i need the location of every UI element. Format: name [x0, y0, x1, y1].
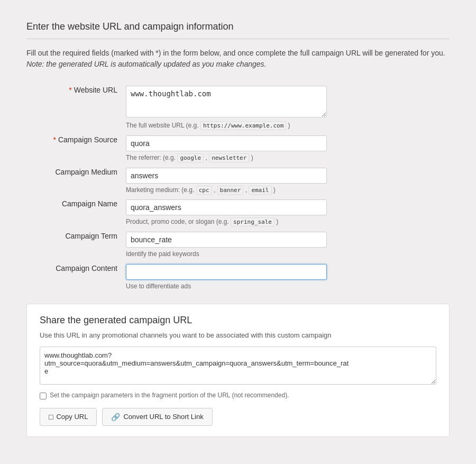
campaign-name-input[interactable]	[126, 199, 327, 215]
campaign-term-label: Campaign Term	[65, 232, 117, 240]
button-row: □ Copy URL 🔗 Convert URL to Short Link	[40, 408, 436, 426]
required-star-source: *	[53, 135, 56, 144]
campaign-medium-row: Campaign Medium Marketing medium: (e.g. …	[26, 165, 450, 197]
website-url-input-cell: The full website URL (e.g. https://www.e…	[122, 83, 450, 132]
description-text: Fill out the required fields (marked wit…	[26, 49, 445, 57]
campaign-content-input-cell: Use to differentiate ads	[122, 261, 450, 293]
description-note: Note: the generated URL is automatically…	[26, 60, 266, 68]
link-icon: 🔗	[111, 413, 120, 421]
generated-url-title: Share the generated campaign URL	[40, 315, 436, 326]
campaign-medium-label: Campaign Medium	[56, 168, 118, 176]
campaign-source-row: *Campaign Source The referrer: (e.g. goo…	[26, 132, 450, 165]
campaign-name-hint: Product, promo code, or slogan (e.g. spr…	[126, 217, 445, 226]
campaign-content-label-cell: Campaign Content	[26, 261, 122, 293]
website-url-input[interactable]	[126, 86, 327, 117]
campaign-medium-hint: Marketing medium: (e.g. cpc , banner , e…	[126, 186, 445, 195]
campaign-source-label: Campaign Source	[58, 135, 117, 144]
copy-icon: □	[49, 413, 53, 421]
description: Fill out the required fields (marked wit…	[26, 48, 450, 70]
convert-url-label: Convert URL to Short Link	[123, 413, 203, 421]
campaign-medium-input-cell: Marketing medium: (e.g. cpc , banner , e…	[122, 165, 450, 197]
copy-url-label: Copy URL	[56, 413, 88, 421]
generated-url-textarea[interactable]	[40, 347, 436, 385]
campaign-term-row: Campaign Term Identify the paid keywords	[26, 229, 450, 261]
campaign-content-label: Campaign Content	[56, 264, 117, 272]
campaign-source-label-cell: *Campaign Source	[26, 132, 122, 165]
campaign-name-row: Campaign Name Product, promo code, or sl…	[26, 196, 450, 229]
copy-url-button[interactable]: □ Copy URL	[40, 408, 97, 426]
divider	[26, 39, 450, 39]
campaign-term-input[interactable]	[126, 232, 327, 248]
campaign-source-input-cell: The referrer: (e.g. google , newsletter …	[122, 132, 450, 165]
convert-url-button[interactable]: 🔗 Convert URL to Short Link	[102, 408, 212, 426]
campaign-term-input-cell: Identify the paid keywords	[122, 229, 450, 261]
page-title: Enter the website URL and campaign infor…	[26, 21, 450, 32]
website-url-row: *Website URL The full website URL (e.g. …	[26, 83, 450, 132]
website-url-hint: The full website URL (e.g. https://www.e…	[126, 121, 445, 130]
main-container: Enter the website URL and campaign infor…	[11, 11, 465, 448]
campaign-name-input-cell: Product, promo code, or slogan (e.g. spr…	[122, 196, 450, 229]
campaign-content-row: Campaign Content Use to differentiate ad…	[26, 261, 450, 293]
fragment-checkbox-row: Set the campaign parameters in the fragm…	[40, 392, 436, 399]
required-star: *	[69, 86, 71, 94]
fragment-checkbox-label: Set the campaign parameters in the fragm…	[50, 392, 289, 399]
campaign-term-hint: Identify the paid keywords	[126, 250, 445, 259]
campaign-name-label-cell: Campaign Name	[26, 196, 122, 229]
website-url-label-cell: *Website URL	[26, 83, 122, 132]
campaign-name-label: Campaign Name	[62, 199, 117, 208]
campaign-term-label-cell: Campaign Term	[26, 229, 122, 261]
generated-url-box: Share the generated campaign URL Use thi…	[26, 304, 450, 437]
campaign-medium-input[interactable]	[126, 168, 327, 184]
campaign-medium-label-cell: Campaign Medium	[26, 165, 122, 197]
campaign-source-input[interactable]	[126, 135, 327, 151]
form-table: *Website URL The full website URL (e.g. …	[26, 83, 450, 293]
fragment-checkbox[interactable]	[40, 393, 47, 399]
website-url-label: Website URL	[74, 86, 117, 94]
campaign-content-hint: Use to differentiate ads	[126, 282, 445, 291]
generated-url-desc: Use this URL in any promotional channels…	[40, 331, 436, 339]
campaign-source-hint: The referrer: (e.g. google , newsletter …	[126, 153, 445, 162]
campaign-content-input[interactable]	[126, 264, 327, 280]
